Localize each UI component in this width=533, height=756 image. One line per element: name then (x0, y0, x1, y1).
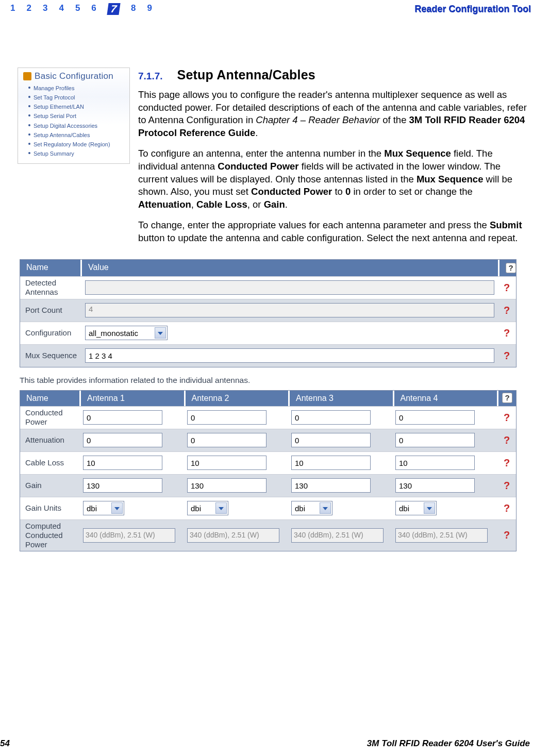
antenna-cell (289, 433, 393, 447)
antenna-cell (393, 410, 497, 425)
antenna-input[interactable] (83, 433, 162, 447)
antenna-col-header: Antenna 4 (394, 391, 499, 406)
antenna-input[interactable] (395, 410, 475, 425)
content: Basic Configuration Manage ProfilesSet T… (0, 16, 533, 253)
chapter-link-2[interactable]: 2 (26, 3, 31, 15)
help-icon[interactable]: ? (502, 393, 512, 403)
help-icon[interactable]: ? (504, 305, 510, 316)
footer-title: 3M Toll RFID Reader 6204 User's Guide (367, 738, 530, 749)
sidebar-item[interactable]: Setup Summary (34, 149, 126, 158)
config-row: Port Count4? (20, 299, 516, 322)
help-icon[interactable]: ? (504, 327, 510, 339)
gain-units-select[interactable]: dbi (83, 501, 124, 515)
sidebar-item[interactable]: Setup Ethernet/LAN (34, 102, 126, 111)
computed-power-readonly: 340 (ddBm), 2.51 (W) (83, 528, 175, 543)
help-icon[interactable]: ? (504, 480, 510, 491)
config-table: Name Value ? Detected Antennas?Port Coun… (20, 259, 517, 367)
antenna-cell (81, 456, 185, 470)
footer: 54 3M Toll RFID Reader 6204 User's Guide (0, 738, 533, 749)
row-label: Cable Loss (20, 458, 81, 467)
antenna-row: Gain Unitsdbidbidbidbi? (20, 497, 516, 519)
antenna-row: Attenuation? (20, 429, 516, 451)
gain-units-select[interactable]: dbi (291, 501, 332, 515)
antenna-cell (81, 410, 185, 425)
antenna-cell (185, 410, 289, 425)
antenna-table: Name Antenna 1Antenna 2Antenna 3Antenna … (20, 390, 517, 551)
row-label: Mux Sequence (20, 351, 85, 360)
sidebar-item[interactable]: Set Tag Protocol (34, 93, 126, 102)
sidebar-item[interactable]: Setup Antenna/Cables (34, 130, 126, 140)
th-value: Value (82, 260, 499, 276)
sidebar-item[interactable]: Setup Serial Port (34, 111, 126, 121)
antenna-cell (81, 478, 185, 493)
chapter-link-5[interactable]: 5 (75, 3, 80, 15)
chapter-link-3[interactable]: 3 (43, 3, 47, 15)
section-number: 7.1.7. (138, 71, 163, 82)
doc-header: 123456789 Reader Configuration Tool (0, 0, 533, 16)
gain-units-select[interactable]: dbi (395, 501, 437, 515)
configuration-select[interactable]: all_monostatic (85, 326, 168, 340)
antenna-input[interactable] (291, 456, 371, 470)
help-icon[interactable]: ? (504, 412, 510, 423)
sidebar-item[interactable]: Manage Profiles (34, 83, 126, 93)
antenna-input[interactable] (395, 433, 475, 447)
antenna-input[interactable] (395, 478, 475, 493)
antenna-input[interactable] (187, 410, 266, 425)
help-icon[interactable]: ? (504, 282, 510, 293)
row-label: Computed Conducted Power (20, 522, 81, 549)
paragraph-1: This page allows you to configure the re… (138, 89, 527, 139)
sidebar-screenshot: Basic Configuration Manage ProfilesSet T… (18, 68, 130, 164)
row-label: Conducted Power (20, 408, 81, 427)
antenna-cell: 340 (ddBm), 2.51 (W) (289, 528, 393, 543)
computed-power-readonly: 340 (ddBm), 2.51 (W) (395, 528, 488, 543)
antenna-cell (185, 478, 289, 493)
antenna-cell (185, 433, 289, 447)
antenna-row: Cable Loss? (20, 451, 516, 474)
gain-units-select[interactable]: dbi (187, 501, 228, 515)
antenna-col-header: Antenna 2 (186, 391, 290, 406)
antenna-input[interactable] (291, 433, 371, 447)
paragraph-2: To configure an antenna, enter the anten… (138, 147, 527, 211)
mux-sequence-input[interactable] (85, 348, 494, 363)
antenna-row: Gain? (20, 474, 516, 497)
chapter-link-4[interactable]: 4 (59, 3, 63, 15)
row-value: all_monostatic (85, 326, 497, 340)
sidebar-title: Basic Configuration (22, 70, 126, 82)
chapter-link-1[interactable]: 1 (10, 3, 15, 15)
sidebar-item[interactable]: Setup Digital Accessories (34, 121, 126, 130)
sidebar-list: Manage ProfilesSet Tag ProtocolSetup Eth… (22, 82, 126, 158)
chapter-navigation: 123456789 (10, 3, 152, 15)
antenna-input[interactable] (187, 456, 266, 470)
help-icon[interactable]: ? (504, 457, 510, 468)
antenna-input[interactable] (83, 410, 162, 425)
help-icon[interactable]: ? (504, 529, 510, 541)
help-icon[interactable]: ? (504, 434, 510, 446)
antenna-input[interactable] (83, 478, 162, 493)
antenna-input[interactable] (291, 478, 371, 493)
antenna-input[interactable] (187, 478, 266, 493)
help-icon[interactable]: ? (504, 350, 510, 361)
sidebar-item[interactable]: Set Regulatory Mode (Region) (34, 140, 126, 149)
antenna-input[interactable] (83, 456, 162, 470)
antenna-cell: dbi (81, 501, 185, 515)
antenna-input[interactable] (395, 456, 475, 470)
chapter-link-8[interactable]: 8 (131, 3, 136, 15)
help-icon[interactable]: ? (506, 263, 516, 273)
antenna-col-header: Antenna 1 (81, 391, 186, 406)
ant-th-name: Name (20, 391, 81, 406)
chapter-link-6[interactable]: 6 (91, 3, 96, 15)
antenna-cell (185, 456, 289, 470)
page-number: 54 (0, 738, 10, 749)
row-value (85, 280, 497, 295)
help-icon[interactable]: ? (504, 502, 510, 514)
section-heading: 7.1.7. Setup Antenna/Cables (138, 68, 527, 82)
chapter-link-7[interactable]: 7 (107, 3, 120, 15)
antenna-cell: dbi (289, 501, 393, 515)
antenna-input[interactable] (187, 433, 266, 447)
antenna-cell (289, 456, 393, 470)
antenna-input[interactable] (291, 410, 371, 425)
readonly-input (85, 280, 494, 295)
row-label: Attenuation (20, 435, 81, 445)
config-row: Mux Sequence? (20, 344, 516, 367)
chapter-link-9[interactable]: 9 (147, 3, 152, 15)
